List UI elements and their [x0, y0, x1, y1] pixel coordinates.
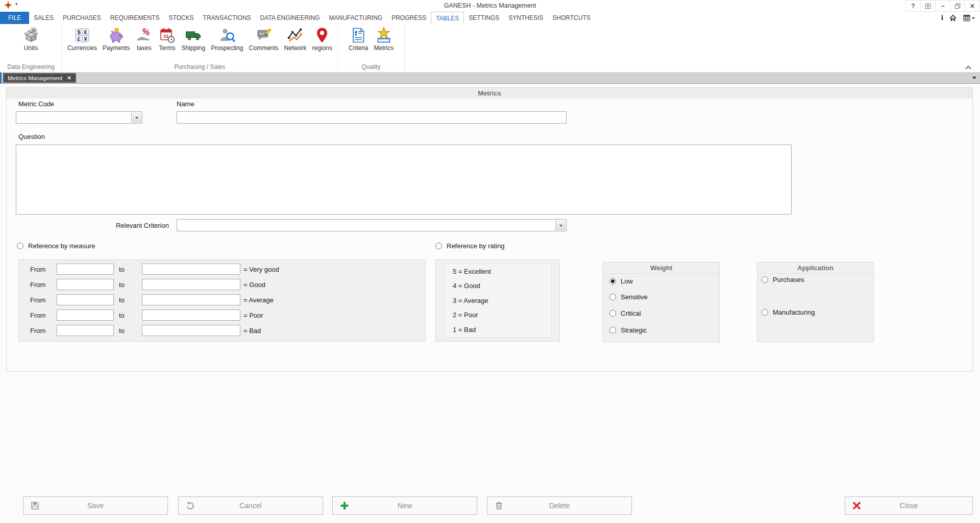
menubar-right-icons: i	[941, 12, 980, 24]
measure-from-input[interactable]	[57, 294, 114, 305]
rating-scale-list: 5 = Excellent 4 = Good 3 = Average 2 = P…	[445, 263, 552, 338]
minimize-button[interactable]: −	[935, 0, 950, 12]
title-bar: ▾ GANESH - Metrics Management ? − ✕	[0, 0, 980, 11]
tab-list-caret-icon[interactable]	[972, 77, 976, 81]
ribbon-button-criteria[interactable]: Criteria	[347, 26, 371, 52]
application-option-purchases[interactable]: Purchases	[762, 276, 804, 283]
from-label: From	[30, 312, 45, 319]
popout-icon	[924, 3, 932, 10]
combobox-dropdown-button[interactable]	[555, 220, 566, 230]
radio-icon	[609, 310, 616, 317]
ribbon-button-comments[interactable]: Comments	[247, 26, 281, 52]
measure-row: From to = Average	[19, 294, 425, 306]
measure-to-input[interactable]	[142, 294, 240, 305]
cancel-button-label: Cancel	[239, 502, 262, 510]
tab-progress[interactable]: PROGRESS	[387, 12, 431, 24]
measure-from-input[interactable]	[57, 279, 114, 290]
measure-row: From to = Very good	[19, 264, 425, 276]
weight-option-label: Strategic	[621, 326, 647, 334]
application-title: Application	[757, 263, 873, 274]
ribbon-button-currencies[interactable]: $ € £ ¥ Currencies	[65, 26, 99, 52]
taxes-icon: %	[135, 27, 153, 44]
measure-to-input[interactable]	[142, 325, 240, 336]
new-button[interactable]: New	[332, 496, 477, 515]
tab-purchases[interactable]: PURCHASES	[58, 12, 106, 24]
close-button[interactable]: Close	[845, 496, 973, 515]
tab-data-engineering[interactable]: DATA ENGINEERING	[256, 12, 325, 24]
ribbon-group-label: Data Engineering	[0, 63, 62, 72]
tab-synthesis[interactable]: SYNTHESIS	[504, 12, 548, 24]
application-option-label: Purchases	[773, 276, 804, 283]
measure-to-input[interactable]	[142, 279, 240, 290]
tab-file[interactable]: FILE	[0, 12, 29, 24]
units-icon	[22, 27, 40, 44]
info-icon[interactable]: i	[941, 14, 943, 22]
ribbon-button-prospecting[interactable]: Prospecting	[209, 26, 245, 52]
combobox-dropdown-button[interactable]	[131, 112, 141, 123]
metrics-form-panel: Metrics Metric Code Name Question Releva…	[6, 87, 973, 372]
ribbon-button-shipping[interactable]: Shipping	[179, 26, 207, 52]
ribbon-button-terms[interactable]: 31 Terms	[156, 26, 178, 52]
weight-option-critical[interactable]: Critical	[609, 310, 641, 317]
close-window-button[interactable]: ✕	[965, 0, 980, 12]
question-textarea[interactable]	[16, 145, 792, 215]
collapse-ribbon-icon[interactable]	[965, 65, 972, 70]
metric-code-combobox[interactable]	[16, 111, 142, 124]
name-input[interactable]	[177, 111, 567, 124]
restore-button[interactable]	[950, 0, 965, 12]
tab-transactions[interactable]: TRANSACTIONS	[199, 12, 256, 24]
table-grid-icon[interactable]	[963, 14, 975, 22]
shipping-icon	[185, 27, 202, 44]
measure-from-input[interactable]	[57, 310, 114, 321]
ribbon-button-payments[interactable]: Payments	[101, 26, 132, 52]
measure-to-input[interactable]	[142, 264, 240, 275]
ribbon-button-taxes[interactable]: % taxes	[133, 26, 155, 52]
popout-button[interactable]	[920, 0, 936, 12]
ribbon-button-network[interactable]: Network	[282, 26, 309, 52]
tab-settings[interactable]: SETTINGS	[464, 12, 504, 24]
tab-stocks[interactable]: STOCKS	[164, 12, 198, 24]
tab-shortcuts[interactable]: SHORTCUTS	[548, 12, 595, 24]
weight-option-strategic[interactable]: Strategic	[609, 326, 647, 334]
to-label: to	[119, 281, 125, 289]
measure-from-input[interactable]	[57, 264, 114, 275]
ribbon-group-label: Purchasing / Sales	[62, 63, 337, 72]
comments-icon	[255, 27, 273, 44]
measure-to-input[interactable]	[142, 310, 240, 321]
relevant-criterion-combobox[interactable]	[177, 219, 567, 231]
payments-icon	[108, 27, 125, 44]
ribbon-button-units[interactable]: Units	[20, 26, 42, 52]
home-icon[interactable]	[949, 14, 957, 22]
weight-option-label: Low	[621, 277, 633, 285]
document-tab-close-icon[interactable]: ✕	[67, 76, 71, 81]
save-button[interactable]: Save	[23, 496, 168, 515]
svg-text:€: €	[84, 29, 87, 35]
ribbon-group-quality: Criteria Metrics Quality	[338, 24, 405, 72]
grid-caret-icon	[972, 17, 975, 21]
tab-requirements[interactable]: REQUIREMENTS	[106, 12, 164, 24]
tab-manufacturing[interactable]: MANUFACTURING	[324, 12, 387, 24]
application-option-manufacturing[interactable]: Manufacturing	[762, 308, 815, 316]
reference-by-measure-radio[interactable]: Reference by measure	[17, 242, 95, 250]
weight-option-low[interactable]: Low	[609, 277, 633, 285]
tab-tables[interactable]: TABLES	[431, 12, 464, 24]
to-label: to	[119, 296, 125, 304]
measure-from-input[interactable]	[57, 325, 114, 336]
weight-option-sensitive[interactable]: Sensitive	[609, 293, 648, 301]
tab-sales[interactable]: SALES	[29, 12, 58, 24]
quick-access-caret-icon[interactable]: ▾	[15, 2, 18, 7]
help-button[interactable]: ?	[905, 0, 921, 12]
delete-button[interactable]: Delete	[487, 496, 632, 515]
to-label: to	[119, 327, 125, 335]
radio-icon	[609, 294, 616, 300]
document-tab-metrics-management[interactable]: Metrics Management ✕	[3, 73, 76, 83]
cancel-button[interactable]: Cancel	[178, 496, 323, 515]
reference-by-rating-label: Reference by rating	[447, 242, 504, 250]
ribbon-button-regions[interactable]: regions	[310, 26, 334, 52]
reference-by-rating-radio[interactable]: Reference by rating	[435, 242, 504, 250]
ribbon-button-metrics[interactable]: Metrics	[372, 26, 396, 52]
save-icon	[30, 501, 40, 511]
delete-button-label: Delete	[549, 502, 570, 510]
application-option-label: Manufacturing	[773, 308, 815, 316]
ribbon-group-label: Quality	[338, 63, 404, 72]
